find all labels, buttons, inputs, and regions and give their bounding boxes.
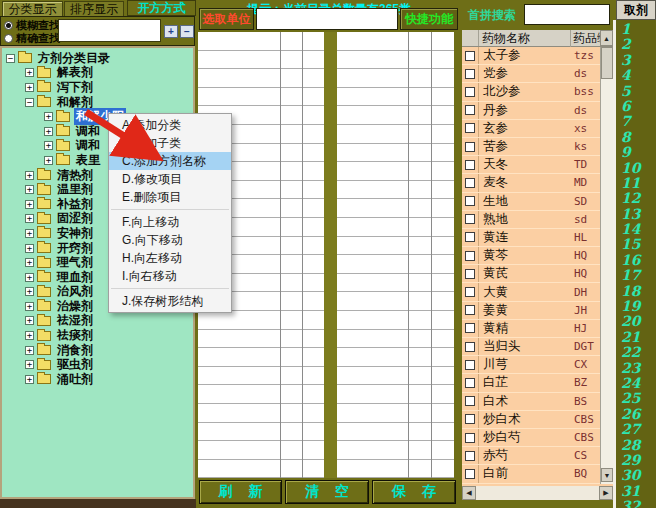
herb-table-header[interactable]: 药物名称 药品编码 ▲ (462, 30, 613, 47)
expand-plus-icon[interactable]: + (25, 331, 34, 340)
refresh-button[interactable]: 刷 新 (199, 480, 282, 504)
expand-plus-icon[interactable]: + (25, 302, 34, 311)
scroll-right-icon[interactable]: ▶ (599, 486, 613, 500)
herb-checkbox[interactable] (465, 287, 475, 297)
herb-name[interactable]: 黄连 (479, 229, 571, 246)
herb-name[interactable]: 炒白芍 (479, 429, 571, 446)
herb-name[interactable]: 炒白术 (479, 411, 571, 428)
menu-item[interactable]: J.保存树形结构 (109, 292, 231, 310)
herb-checkbox[interactable] (465, 305, 475, 315)
exact-search-option[interactable]: 精确查找 (4, 32, 60, 45)
herb-name[interactable]: 当归头 (479, 338, 571, 355)
pinyin-search-input[interactable] (524, 4, 610, 25)
herb-checkbox[interactable] (465, 160, 475, 170)
menu-item[interactable]: G.向下移动 (109, 231, 231, 249)
collapse-all-button[interactable]: − (180, 25, 194, 38)
tree-item[interactable]: +解表剂 (25, 66, 193, 81)
expand-all-button[interactable]: + (164, 25, 178, 38)
clear-button[interactable]: 清 空 (285, 480, 369, 504)
herb-row[interactable]: 白芷BZ (462, 374, 613, 392)
herb-checkbox[interactable] (465, 378, 475, 388)
herb-checkbox[interactable] (465, 323, 475, 333)
herb-row[interactable]: 姜黄JH (462, 302, 613, 320)
scrollbar-thumb[interactable] (601, 47, 613, 79)
herb-name[interactable]: 黄芪 (479, 265, 571, 282)
tree-item[interactable]: +涌吐剂 (25, 372, 193, 387)
expand-plus-icon[interactable]: + (25, 83, 34, 92)
expand-plus-icon[interactable]: + (25, 273, 34, 282)
herb-name[interactable]: 丹参 (479, 102, 571, 119)
herb-row[interactable]: 麦冬MD (462, 174, 613, 192)
herb-row[interactable]: 丹参ds (462, 102, 613, 120)
expand-plus-icon[interactable]: + (25, 287, 34, 296)
collapse-minus-icon[interactable]: − (6, 54, 15, 63)
menu-item[interactable]: H.向左移动 (109, 249, 231, 267)
herb-checkbox[interactable] (465, 414, 475, 424)
expand-plus-icon[interactable]: + (44, 156, 53, 165)
radio-exact-icon[interactable] (4, 34, 13, 43)
collapse-minus-icon[interactable]: − (25, 98, 34, 107)
scroll-down-icon[interactable]: ▼ (601, 468, 613, 482)
herb-name[interactable]: 黄芩 (479, 247, 571, 264)
tree-item[interactable]: +祛湿剂 (25, 314, 193, 329)
tree-item[interactable]: +消食剂 (25, 343, 193, 358)
expand-plus-icon[interactable]: + (25, 200, 34, 209)
herb-checkbox[interactable] (465, 142, 475, 152)
herb-name[interactable]: 党参 (479, 65, 571, 82)
herb-name[interactable]: 姜黄 (479, 302, 571, 319)
herb-row[interactable]: 大黄DH (462, 283, 613, 301)
herb-name[interactable]: 苦参 (479, 138, 571, 155)
sort-ascending-icon[interactable]: ▲ (600, 30, 613, 46)
herb-row[interactable]: 黄精HJ (462, 320, 613, 338)
expand-plus-icon[interactable]: + (25, 185, 34, 194)
herb-row[interactable]: 黄芩HQ (462, 247, 613, 265)
herb-name-header[interactable]: 药物名称 (479, 30, 571, 47)
tree-item[interactable]: +泻下剂 (25, 80, 193, 95)
radio-fuzzy-icon[interactable] (4, 21, 13, 30)
herb-checkbox[interactable] (465, 396, 475, 406)
herb-checkbox[interactable] (465, 87, 475, 97)
menu-item[interactable]: I.向右移动 (109, 267, 231, 285)
expand-plus-icon[interactable]: + (25, 360, 34, 369)
herb-name[interactable]: 麦冬 (479, 174, 571, 191)
herb-row[interactable]: 苦参ks (462, 138, 613, 156)
herb-name[interactable]: 大黄 (479, 284, 571, 301)
menu-item[interactable]: F.向上移动 (109, 213, 231, 231)
herb-name[interactable]: 白术 (479, 393, 571, 410)
herb-name[interactable]: 白前 (479, 465, 571, 482)
select-unit-button[interactable]: 选取单位 (199, 8, 254, 30)
menu-item[interactable]: D.修改项目 (109, 170, 231, 188)
unit-input[interactable] (256, 8, 398, 30)
herb-name[interactable]: 川芎 (479, 356, 571, 373)
herb-checkbox[interactable] (465, 469, 475, 479)
herb-checkbox[interactable] (465, 251, 475, 261)
herb-checkbox[interactable] (465, 51, 475, 61)
expand-plus-icon[interactable]: + (25, 229, 34, 238)
tab-sort-display[interactable]: 排序显示 (64, 1, 124, 16)
herb-checkbox[interactable] (465, 69, 475, 79)
herb-row[interactable]: 玄参xs (462, 120, 613, 138)
expand-plus-icon[interactable]: + (25, 171, 34, 180)
menu-item[interactable]: A.添加分类 (109, 116, 231, 134)
herb-checkbox[interactable] (465, 451, 475, 461)
expand-plus-icon[interactable]: + (25, 68, 34, 77)
herb-vertical-scrollbar[interactable]: ▼ (600, 47, 613, 484)
herb-name[interactable]: 熟地 (479, 211, 571, 228)
tree-item[interactable]: +驱虫剂 (25, 357, 193, 372)
herb-checkbox[interactable] (465, 105, 475, 115)
menu-item[interactable]: C.添加方剂名称 (109, 152, 231, 170)
herb-checkbox[interactable] (465, 269, 475, 279)
herb-name[interactable]: 玄参 (479, 120, 571, 137)
herb-row[interactable]: 天冬TD (462, 156, 613, 174)
expand-plus-icon[interactable]: + (44, 127, 53, 136)
expand-plus-icon[interactable]: + (25, 258, 34, 267)
tree-search-input[interactable] (58, 19, 161, 42)
herb-row[interactable]: 黄芪HQ (462, 265, 613, 283)
herb-row[interactable]: 炒白芍CBS (462, 429, 613, 447)
tree-item[interactable]: −和解剂 (25, 95, 193, 110)
take-dose-button[interactable]: 取剂 (616, 0, 656, 20)
herb-row[interactable]: 生地SD (462, 193, 613, 211)
herb-row[interactable]: 北沙参bss (462, 83, 613, 101)
tab-category-display[interactable]: 分类显示 (2, 1, 63, 16)
herb-name[interactable]: 生地 (479, 193, 571, 210)
